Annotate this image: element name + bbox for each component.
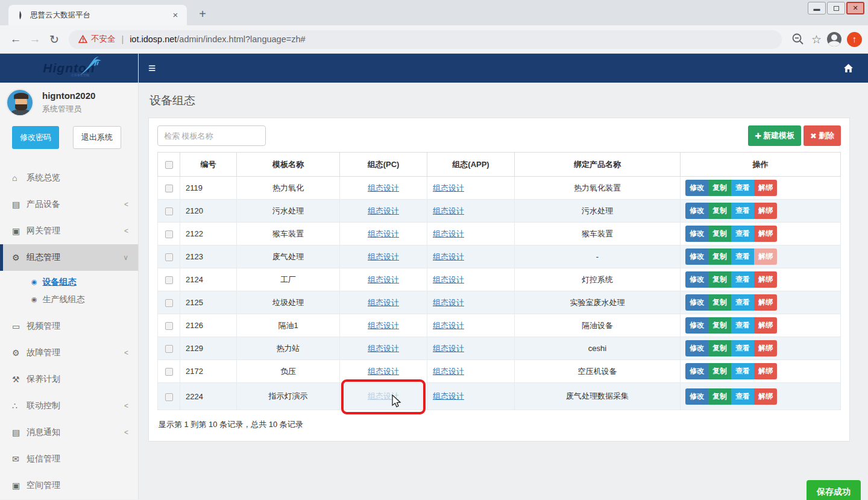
logout-button[interactable]: 退出系统 [73,126,121,149]
delete-button[interactable]: ✖删除 [804,125,841,146]
home-icon[interactable] [843,63,854,73]
select-all-checkbox[interactable] [165,161,173,169]
unbind-button[interactable]: 解绑 [754,388,777,405]
sidebar-item-组态管理[interactable]: ⚙组态管理∨ [0,244,138,271]
row-checkbox[interactable] [165,368,173,376]
pc-config-design-link[interactable]: 组态设计 [368,344,399,353]
copy-button[interactable]: 复制 [708,226,731,242]
window-minimize-button[interactable]: ▬ [808,2,826,14]
browser-update-icon[interactable]: ↑ [847,32,862,47]
modify-button[interactable]: 修改 [685,294,708,311]
change-password-button[interactable]: 修改密码 [12,126,59,149]
row-checkbox[interactable] [165,230,173,238]
bookmark-star-icon[interactable]: ☆ [811,33,822,46]
forward-button[interactable]: → [25,33,45,46]
app-config-design-link[interactable]: 组态设计 [433,229,464,238]
sidebar-item-视频管理[interactable]: ▭视频管理 [0,313,138,340]
view-button[interactable]: 查看 [731,226,754,242]
sidebar-item-空间管理[interactable]: ▣空间管理 [0,472,138,499]
back-button[interactable]: ← [6,33,25,46]
sidebar-subitem-设备组态[interactable]: ◉设备组态 [0,273,138,291]
copy-button[interactable]: 复制 [708,180,731,196]
view-button[interactable]: 查看 [731,340,754,356]
row-checkbox[interactable] [165,276,173,284]
modify-button[interactable]: 修改 [685,180,708,196]
unbind-button[interactable]: 解绑 [754,203,777,219]
modify-button[interactable]: 修改 [685,271,708,288]
unbind-button[interactable]: 解绑 [754,271,777,288]
pc-config-design-link[interactable]: 组态设计 [368,206,399,215]
modify-button[interactable]: 修改 [685,317,708,334]
copy-button[interactable]: 复制 [708,363,731,379]
copy-button[interactable]: 复制 [708,294,731,311]
view-button[interactable]: 查看 [731,363,754,379]
app-config-design-link[interactable]: 组态设计 [433,275,464,284]
row-checkbox[interactable] [165,345,173,353]
window-restore-button[interactable] [827,2,845,14]
row-checkbox[interactable] [165,299,173,307]
modify-button[interactable]: 修改 [685,248,708,265]
view-button[interactable]: 查看 [731,388,754,405]
app-config-design-link[interactable]: 组态设计 [433,391,464,400]
app-config-design-link[interactable]: 组态设计 [433,252,464,261]
row-checkbox[interactable] [165,253,173,261]
browser-profile-icon[interactable] [827,32,841,46]
zoom-out-icon[interactable] [790,31,806,47]
sidebar-item-网关管理[interactable]: ▣网关管理< [0,218,138,244]
reload-button[interactable]: ↻ [45,33,64,46]
pc-config-design-link[interactable]: 组态设计 [368,229,399,238]
unbind-button[interactable]: 解绑 [754,294,777,311]
sidebar-item-系统总览[interactable]: ⌂系统总览 [0,165,138,191]
copy-button[interactable]: 复制 [708,317,731,334]
sidebar-item-联动控制[interactable]: ∴联动控制< [0,393,138,419]
copy-button[interactable]: 复制 [708,340,731,356]
pc-config-design-link[interactable]: 组态设计 [368,298,399,307]
row-checkbox[interactable] [165,393,173,401]
new-tab-button[interactable]: + [194,6,211,23]
sidebar-item-产品设备[interactable]: ▤产品设备< [0,191,138,218]
tab-close-icon[interactable]: × [170,10,181,21]
row-checkbox[interactable] [165,207,173,215]
pc-config-design-link[interactable]: 组态设计 [368,367,399,376]
unbind-button[interactable]: 解绑 [754,180,777,196]
app-config-design-link[interactable]: 组态设计 [433,298,464,307]
copy-button[interactable]: 复制 [708,388,731,405]
new-template-button[interactable]: ✚新建模板 [748,125,801,146]
pc-config-design-link[interactable]: 组态设计 [368,252,399,261]
view-button[interactable]: 查看 [731,203,754,219]
view-button[interactable]: 查看 [731,180,754,196]
sidebar-item-消息通知[interactable]: ▤消息通知< [0,419,138,446]
unbind-button[interactable]: 解绑 [754,363,777,379]
modify-button[interactable]: 修改 [685,226,708,242]
modify-button[interactable]: 修改 [685,363,708,379]
unbind-button[interactable]: 解绑 [754,248,777,265]
app-config-design-link[interactable]: 组态设计 [433,321,464,330]
app-config-design-link[interactable]: 组态设计 [433,183,464,192]
modify-button[interactable]: 修改 [685,388,708,405]
copy-button[interactable]: 复制 [708,203,731,219]
app-config-design-link[interactable]: 组态设计 [433,206,464,215]
modify-button[interactable]: 修改 [685,340,708,356]
window-close-button[interactable]: ✕ [846,2,864,14]
copy-button[interactable]: 复制 [708,248,731,265]
copy-button[interactable]: 复制 [708,271,731,288]
hamburger-menu-icon[interactable]: ≡ [148,61,156,75]
modify-button[interactable]: 修改 [685,203,708,219]
sidebar-item-故障管理[interactable]: ⚙故障管理< [0,340,138,366]
pc-config-design-link[interactable]: 组态设计 [368,275,399,284]
sidebar-item-短信管理[interactable]: ✉短信管理 [0,446,138,472]
view-button[interactable]: 查看 [731,248,754,265]
sidebar-item-保养计划[interactable]: ⚒保养计划 [0,366,138,393]
browser-tab[interactable]: 思普云大数据平台 × [8,5,187,25]
row-checkbox[interactable] [165,322,173,330]
unbind-button[interactable]: 解绑 [754,317,777,334]
row-checkbox[interactable] [165,185,173,192]
pc-config-design-link[interactable]: 组态设计 [368,183,399,192]
unbind-button[interactable]: 解绑 [754,340,777,356]
unbind-button[interactable]: 解绑 [754,226,777,242]
address-bar[interactable]: 不安全 | iot.idosp.net/admin/index.html?lan… [69,30,782,49]
search-input[interactable] [157,125,266,146]
view-button[interactable]: 查看 [731,294,754,311]
pc-config-design-link[interactable]: 组态设计 [368,321,399,330]
view-button[interactable]: 查看 [731,317,754,334]
